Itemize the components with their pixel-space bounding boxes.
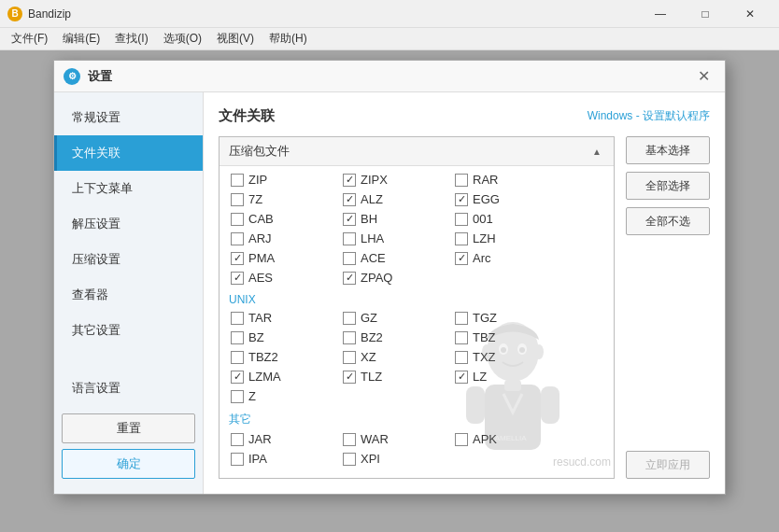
menu-search[interactable]: 查找(I)	[107, 29, 155, 49]
list-item[interactable]: BH	[339, 211, 451, 227]
select-all-button[interactable]: 全部选择	[626, 172, 710, 200]
list-item[interactable]: IPA	[227, 451, 339, 467]
checkbox-zpaq[interactable]	[343, 272, 356, 285]
checkbox-bz[interactable]	[231, 331, 244, 344]
list-item[interactable]: LZ	[451, 369, 563, 385]
list-item[interactable]: LHA	[339, 231, 451, 246]
windows-default-link[interactable]: Windows - 设置默认程序	[588, 108, 710, 124]
sidebar-item-extract[interactable]: 解压设置	[54, 206, 203, 242]
list-item[interactable]: APK	[451, 431, 563, 447]
menu-edit[interactable]: 编辑(E)	[55, 29, 107, 49]
sidebar-item-compress[interactable]: 压缩设置	[54, 242, 203, 277]
list-item[interactable]: AES	[227, 270, 339, 286]
checkbox-aes[interactable]	[231, 272, 244, 285]
checkbox-tbz2[interactable]	[231, 351, 244, 364]
sidebar-item-file-assoc[interactable]: 文件关联	[54, 135, 203, 171]
list-item[interactable]: BZ2	[339, 329, 451, 345]
basic-select-button[interactable]: 基本选择	[626, 136, 710, 164]
sidebar-item-viewer[interactable]: 查看器	[54, 277, 203, 313]
list-item[interactable]: ZIPX	[339, 172, 451, 188]
menu-view[interactable]: 视图(V)	[209, 29, 262, 49]
list-item[interactable]: EGG	[451, 191, 563, 207]
list-item[interactable]: XZ	[339, 349, 451, 365]
checkbox-apk[interactable]	[455, 433, 468, 446]
menu-file[interactable]: 文件(F)	[4, 29, 55, 49]
sidebar-item-other[interactable]: 其它设置	[54, 313, 203, 348]
list-item[interactable]: TXZ	[451, 349, 563, 365]
list-item[interactable]: GZ	[339, 310, 451, 326]
confirm-button[interactable]: 确定	[62, 449, 195, 479]
checkbox-tbz[interactable]	[455, 331, 468, 344]
menu-options[interactable]: 选项(O)	[156, 29, 209, 49]
checkbox-ipa[interactable]	[231, 453, 244, 466]
checkbox-z[interactable]	[231, 390, 244, 403]
checkbox-war[interactable]	[343, 433, 356, 446]
list-item[interactable]: RAR	[451, 172, 563, 188]
maximize-button[interactable]: □	[684, 5, 727, 23]
checkbox-arj[interactable]	[231, 232, 244, 245]
checkbox-001[interactable]	[455, 213, 468, 226]
list-item[interactable]: LZH	[451, 231, 563, 246]
checkbox-lha[interactable]	[343, 232, 356, 245]
checkbox-lz[interactable]	[455, 371, 468, 384]
checkbox-gz[interactable]	[343, 312, 356, 325]
apply-now-button[interactable]: 立即应用	[626, 451, 710, 479]
list-item[interactable]: JAR	[227, 431, 339, 447]
checkbox-tar[interactable]	[231, 312, 244, 325]
list-item[interactable]: ACE	[339, 250, 451, 266]
scroll-up-icon[interactable]: ▲	[589, 144, 604, 159]
checkbox-txz[interactable]	[455, 351, 468, 364]
list-item[interactable]: TGZ	[451, 310, 563, 326]
list-item[interactable]: PMA	[227, 250, 339, 266]
list-item[interactable]: Arc	[451, 250, 563, 266]
list-item[interactable]: ZPAQ	[339, 270, 451, 286]
checkbox-7z[interactable]	[231, 193, 244, 206]
list-item[interactable]: 7Z	[227, 191, 339, 207]
list-item[interactable]: ALZ	[339, 191, 451, 207]
reset-button[interactable]: 重置	[62, 413, 195, 443]
menu-help[interactable]: 帮助(H)	[262, 29, 315, 49]
checkbox-pma[interactable]	[231, 252, 244, 265]
deselect-all-button[interactable]: 全部不选	[626, 207, 710, 235]
file-list[interactable]: 压缩包文件 ▲ ZIP ZIPX RAR 7Z ALZ E	[219, 136, 615, 479]
checkbox-ace[interactable]	[343, 252, 356, 265]
list-item[interactable]: BZ	[227, 329, 339, 345]
checkbox-alz[interactable]	[343, 193, 356, 206]
action-buttons: 基本选择 全部选择 全部不选 立即应用	[626, 136, 710, 479]
list-item[interactable]: TBZ	[451, 329, 563, 345]
checkbox-lzh[interactable]	[455, 232, 468, 245]
sidebar-item-language[interactable]: 语言设置	[54, 371, 203, 406]
list-item[interactable]: LZMA	[227, 369, 339, 385]
minimize-button[interactable]: —	[639, 5, 682, 23]
list-item[interactable]: TLZ	[339, 369, 451, 385]
list-item[interactable]: CAB	[227, 211, 339, 227]
sidebar-item-context-menu[interactable]: 上下文菜单	[54, 171, 203, 206]
checkbox-rar[interactable]	[455, 174, 468, 187]
list-item[interactable]: ZIP	[227, 172, 339, 188]
checkbox-xz[interactable]	[343, 351, 356, 364]
list-item[interactable]: Z	[227, 388, 339, 404]
checkbox-tgz[interactable]	[455, 312, 468, 325]
list-item[interactable]: TAR	[227, 310, 339, 326]
main-header: 文件关联 Windows - 设置默认程序	[219, 107, 710, 125]
unix-section-label: UNIX	[220, 287, 614, 308]
list-item[interactable]: TBZ2	[227, 349, 339, 365]
list-item[interactable]: 001	[451, 211, 563, 227]
sidebar-item-general[interactable]: 常规设置	[54, 100, 203, 135]
checkbox-zip[interactable]	[231, 174, 244, 187]
checkbox-xpi[interactable]	[343, 453, 356, 466]
list-item[interactable]: WAR	[339, 431, 451, 447]
list-item[interactable]: ARJ	[227, 231, 339, 246]
checkbox-jar[interactable]	[231, 433, 244, 446]
checkbox-egg[interactable]	[455, 193, 468, 206]
checkbox-arc[interactable]	[455, 252, 468, 265]
checkbox-cab[interactable]	[231, 213, 244, 226]
checkbox-lzma[interactable]	[231, 371, 244, 384]
list-item[interactable]: XPI	[339, 451, 451, 467]
checkbox-bh[interactable]	[343, 213, 356, 226]
dialog-close-button[interactable]: ✕	[691, 64, 715, 89]
checkbox-bz2[interactable]	[343, 331, 356, 344]
checkbox-tlz[interactable]	[343, 371, 356, 384]
checkbox-zipx[interactable]	[343, 174, 356, 187]
close-button[interactable]: ✕	[729, 5, 772, 23]
